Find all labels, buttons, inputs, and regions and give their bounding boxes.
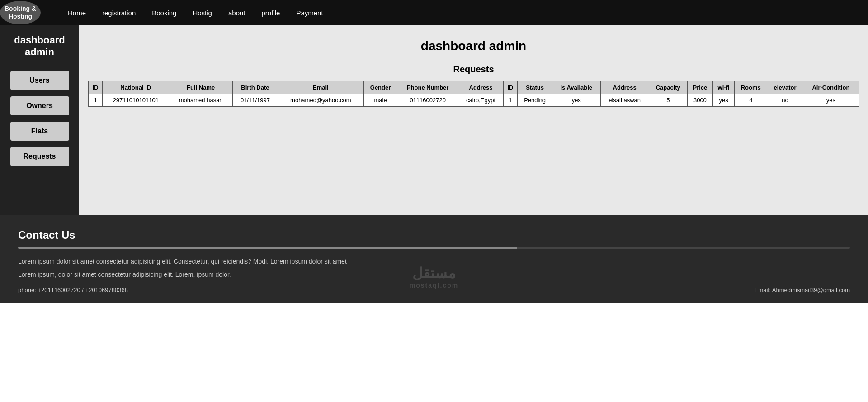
table-cell: 1: [89, 94, 103, 107]
table-cell: 29711010101101: [103, 94, 169, 107]
col-id: ID: [89, 81, 103, 94]
nav-booking[interactable]: Booking: [152, 9, 176, 17]
col-rooms: Rooms: [735, 81, 767, 94]
footer-phone: phone: +201116002720 / +201069780368: [18, 287, 128, 293]
section-title: Requests: [88, 64, 859, 75]
sidebar-owners-button[interactable]: Owners: [10, 96, 69, 115]
table-cell: yes: [803, 94, 859, 107]
page-body: dashboardadmin Users Owners Flats Reques…: [0, 25, 868, 215]
col-price: Price: [687, 81, 712, 94]
col-is-available: Is Available: [552, 81, 600, 94]
nav-logo: Booking &Hosting: [0, 1, 41, 24]
nav-links: Home registration Booking Hostig about p…: [68, 9, 323, 17]
col-air-condition: Air-Condition: [803, 81, 859, 94]
col-status: Status: [518, 81, 552, 94]
nav-profile[interactable]: profile: [262, 9, 280, 17]
table-cell: 5: [649, 94, 687, 107]
col-wifi: wi-fi: [712, 81, 734, 94]
sidebar-flats-button[interactable]: Flats: [10, 122, 69, 141]
table-row: 129711010101101mohamed hasan01/11/1997mo…: [89, 94, 859, 107]
col-birth-date: Birth Date: [233, 81, 278, 94]
sidebar-users-button[interactable]: Users: [10, 71, 69, 90]
table-cell: yes: [552, 94, 600, 107]
table-cell: elsail,aswan: [600, 94, 649, 107]
main-content: dashboard admin Requests ID National ID …: [79, 25, 868, 215]
table-cell: cairo,Egypt: [458, 94, 503, 107]
table-cell: 3000: [687, 94, 712, 107]
col-flat-id: ID: [503, 81, 517, 94]
watermark-latin: mostaql.com: [410, 282, 458, 289]
table-cell: 4: [735, 94, 767, 107]
table-header-row: ID National ID Full Name Birth Date Emai…: [89, 81, 859, 94]
col-full-name: Full Name: [169, 81, 233, 94]
col-flat-address: Address: [600, 81, 649, 94]
sidebar-requests-button[interactable]: Requests: [10, 147, 69, 166]
footer: Contact Us Lorem ipsum dolor sit amet co…: [0, 215, 868, 303]
table-cell: Pending: [518, 94, 552, 107]
col-capacity: Capacity: [649, 81, 687, 94]
table-cell: mohamed hasan: [169, 94, 233, 107]
footer-watermark: مستقل mostaql.com: [410, 265, 458, 289]
requests-table: ID National ID Full Name Birth Date Emai…: [88, 81, 859, 107]
table-cell: yes: [712, 94, 734, 107]
main-title: dashboard admin: [88, 39, 859, 53]
sidebar-title: dashboardadmin: [14, 34, 65, 58]
contact-us-title: Contact Us: [18, 229, 850, 241]
watermark-arabic: مستقل: [410, 265, 458, 282]
footer-email: Email: Ahmedmismail39@gmail.com: [755, 287, 850, 293]
table-cell: 1: [503, 94, 517, 107]
col-email: Email: [278, 81, 363, 94]
table-cell: 01/11/1997: [233, 94, 278, 107]
sidebar: dashboardadmin Users Owners Flats Reques…: [0, 25, 79, 215]
footer-divider: [18, 247, 850, 249]
col-phone-number: Phone Number: [397, 81, 458, 94]
table-cell: mohamed@yahoo.com: [278, 94, 363, 107]
table-cell: no: [767, 94, 803, 107]
nav-hostig[interactable]: Hostig: [193, 9, 212, 17]
table-cell: 01116002720: [397, 94, 458, 107]
col-elevator: elevator: [767, 81, 803, 94]
table-cell: male: [364, 94, 397, 107]
nav-home[interactable]: Home: [68, 9, 86, 17]
col-gender: Gender: [364, 81, 397, 94]
nav-registration[interactable]: registration: [102, 9, 136, 17]
col-national-id: National ID: [103, 81, 169, 94]
nav-payment[interactable]: Payment: [296, 9, 323, 17]
navbar: Booking &Hosting Home registration Booki…: [0, 0, 868, 25]
nav-about[interactable]: about: [228, 9, 245, 17]
col-address: Address: [458, 81, 503, 94]
